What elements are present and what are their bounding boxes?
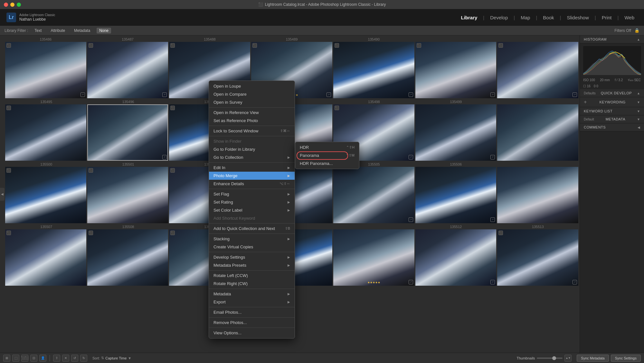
photo-placeholder4b[interactable]: ★★★★★ ↗ <box>333 229 414 286</box>
quick-develop-header[interactable]: Defaults Quick Develop ▲ <box>580 89 644 97</box>
grid-view-btn[interactable]: ⊞ <box>3 355 10 362</box>
photo-corner-badge: ↗ <box>573 92 577 97</box>
menu-set-rating[interactable]: Set Rating ▶ <box>209 198 295 206</box>
maximize-button[interactable] <box>17 3 21 7</box>
photo-sep2[interactable] <box>497 104 578 161</box>
menu-go-folder[interactable]: Go to Folder in Library <box>209 145 295 153</box>
filter-metadata[interactable]: Metadata <box>71 28 93 33</box>
photo-135492[interactable]: ⬛ ↗ <box>497 42 578 98</box>
photo-corner-badge: ↗ <box>490 92 495 97</box>
flag-btn[interactable]: ⇧ <box>53 355 60 362</box>
menu-set-reference[interactable]: Set as Reference Photo <box>209 117 295 125</box>
close-button[interactable] <box>4 3 8 7</box>
photo-135486[interactable]: ⬛ ↗ <box>5 42 86 98</box>
menu-create-virtual[interactable]: Create Virtual Copies <box>209 243 295 251</box>
submenu-hdr[interactable]: HDR ⌃⇧H <box>295 143 359 151</box>
people-view-btn[interactable]: 👤 <box>39 355 46 362</box>
sort-arrows[interactable]: ⇅ <box>101 356 104 360</box>
survey-view-btn[interactable]: ⊡ <box>30 355 37 362</box>
sync-settings-btn[interactable]: Sync Settings <box>611 355 641 362</box>
nav-library[interactable]: Library <box>458 14 480 22</box>
photo-corner-badge: ↗ <box>490 280 495 284</box>
menu-export[interactable]: Export ▶ <box>209 298 295 306</box>
menu-stacking[interactable]: Stacking ▶ <box>209 235 295 243</box>
filter-attribute[interactable]: Attribute <box>48 28 68 33</box>
filter-text[interactable]: Text <box>32 28 44 33</box>
menu-add-shortcut[interactable]: Add Shortcut Keyword <box>209 214 295 222</box>
nav-web[interactable]: Web <box>621 14 638 22</box>
menu-open-survey[interactable]: Open in Survey <box>209 98 295 106</box>
sep <box>50 355 50 361</box>
photo-135507[interactable]: ⬛ <box>5 229 86 286</box>
menu-photo-merge[interactable]: Photo Merge ▶ <box>209 172 295 180</box>
menu-open-reference[interactable]: Open in Reference View <box>209 109 295 117</box>
menu-edit-in[interactable]: Edit In ▶ <box>209 164 295 172</box>
thumbnail-size-btn[interactable]: ▲▼ <box>564 355 572 362</box>
menu-view-options[interactable]: View Options... <box>209 329 295 337</box>
nav-develop[interactable]: Develop <box>487 14 511 22</box>
menu-metadata-presets[interactable]: Metadata Presets ▶ <box>209 261 295 269</box>
sort-dropdown[interactable]: ▼ <box>128 356 131 360</box>
menu-set-color[interactable]: Set Color Label ▶ <box>209 206 295 214</box>
photo-badge: ⬛ <box>498 231 503 235</box>
menu-sep-11 <box>209 307 295 307</box>
menu-lock-second[interactable]: Lock to Second Window ⇧⌘↔ <box>209 127 295 135</box>
loupe-view-btn[interactable]: ⬚ <box>12 355 19 362</box>
nav-book[interactable]: Book <box>540 14 557 22</box>
reject-btn[interactable]: ✕ <box>62 355 69 362</box>
sort-value[interactable]: Capture Time <box>105 356 127 360</box>
photo-135499[interactable]: ↗ <box>415 104 497 161</box>
nav-print[interactable]: Print <box>599 14 615 22</box>
photo-135505[interactable]: ↗ <box>333 167 414 223</box>
menu-open-loupe[interactable]: Open in Loupe <box>209 82 295 90</box>
menu-show-finder[interactable]: Show in Finder <box>209 137 295 145</box>
menu-metadata[interactable]: Metadata ▶ <box>209 290 295 298</box>
sync-metadata-btn[interactable]: Sync Metadata <box>577 355 609 362</box>
keywording-header[interactable]: + Keywording ▼ <box>580 97 644 107</box>
photo-135500[interactable]: ⬛ <box>5 167 86 223</box>
rotate-right-btn[interactable]: ↻ <box>80 355 87 362</box>
photo-135508[interactable]: ⬛ <box>87 229 168 286</box>
photo-135495[interactable]: ⬛ <box>5 104 86 161</box>
menu-add-quick[interactable]: Add to Quick Collection and Next ⇧B <box>209 224 295 233</box>
thumbnail-slider[interactable] <box>537 358 563 359</box>
window-controls[interactable] <box>4 3 21 7</box>
compare-view-btn[interactable]: ⬛⬛ <box>21 355 28 362</box>
slider-handle[interactable] <box>552 356 556 360</box>
photo-135501[interactable]: ⬛ <box>87 167 168 223</box>
left-panel-toggle[interactable]: ◀ <box>0 188 5 201</box>
filter-none[interactable]: None <box>97 28 111 33</box>
menu-rotate-left[interactable]: Rotate Left (CCW) <box>209 272 295 280</box>
menu-enhance-details[interactable]: Enhance Details ⌥⇧↔ <box>209 180 295 188</box>
photo-135490[interactable]: ⬛ ↗ <box>333 42 414 98</box>
submenu-hdr-pano[interactable]: HDR Panorama... <box>295 159 359 167</box>
menu-develop-settings[interactable]: Develop Settings ▶ <box>209 253 295 261</box>
quick-develop-arrow: ▲ <box>637 91 640 95</box>
metadata-panel-header[interactable]: Default Metadata ▼ <box>580 115 644 123</box>
photo-135496[interactable]: ↗ <box>87 104 168 161</box>
menu-remove-photos[interactable]: Remove Photos... <box>209 319 295 327</box>
menu-open-compare[interactable]: Open in Compare <box>209 90 295 98</box>
photo-135506[interactable]: ↗ <box>415 167 497 223</box>
thumbnail-area: Thumbnails ▲▼ <box>517 355 572 362</box>
photo-135487[interactable]: ⬛ ↗ <box>87 42 168 98</box>
menu-go-collection[interactable]: Go to Collection ▶ <box>209 153 295 161</box>
comments-header[interactable]: Comments ◀ <box>580 123 644 131</box>
photo-placeholder3[interactable] <box>497 167 578 223</box>
shutter: ¹⁄₆₀₀ SEC <box>628 78 641 82</box>
photo-135512[interactable]: ↗ <box>415 229 497 286</box>
titlebar: ⬛ Lightroom Catalog.lrcat - Adobe Photos… <box>0 0 644 9</box>
rotate-left-btn[interactable]: ↺ <box>71 355 78 362</box>
nav-map[interactable]: Map <box>517 14 533 22</box>
submenu-panorama[interactable]: Panorama ⌃⇧M <box>295 151 359 159</box>
histogram-header[interactable]: Histogram ▲ <box>580 35 644 43</box>
menu-email-photos[interactable]: Email Photos... <box>209 308 295 316</box>
keyword-list-header[interactable]: Keyword List ▼ <box>580 107 644 115</box>
minimize-button[interactable] <box>10 3 14 7</box>
photo-135491[interactable]: ⬛ ↗ <box>415 42 497 98</box>
lock-icon[interactable]: 🔒 <box>634 28 639 33</box>
photo-135513[interactable]: ⬛ ↗ <box>497 229 578 286</box>
menu-set-flag[interactable]: Set Flag ▶ <box>209 190 295 198</box>
nav-slideshow[interactable]: Slideshow <box>564 14 592 22</box>
menu-rotate-right[interactable]: Rotate Right (CW) <box>209 280 295 288</box>
